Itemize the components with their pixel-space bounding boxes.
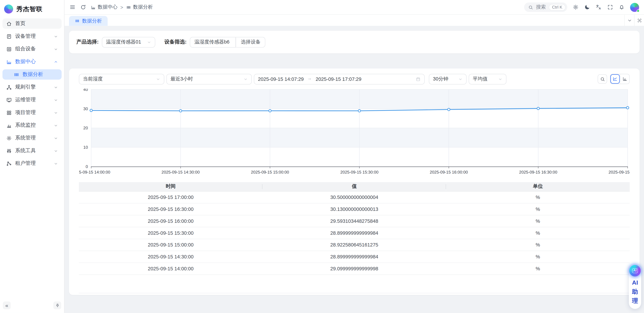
dark-mode-button[interactable] (584, 4, 590, 10)
online-status-dot (636, 9, 640, 12)
arrow-right-icon (307, 77, 312, 81)
aggregation-select[interactable]: 平均值 (469, 74, 506, 84)
chevron-down-icon (54, 47, 58, 51)
svg-text:A: A (599, 7, 601, 10)
user-avatar[interactable] (630, 3, 639, 12)
aggregation-value: 平均值 (473, 75, 488, 82)
ai-assistant-button[interactable]: AI AI助理 (629, 265, 641, 309)
chevron-down-icon (54, 98, 58, 102)
breadcrumb-parent[interactable]: 数据中心 (91, 4, 118, 11)
chevron-down-icon (54, 111, 58, 115)
chevron-down-icon (54, 123, 58, 127)
date-range-picker[interactable]: 2025-09-15 14:07:29 2025-09-15 17:07:29 (254, 74, 425, 84)
product-select[interactable]: 温湿度传感器01 (102, 37, 155, 47)
breadcrumb-current[interactable]: 数据分析 (126, 4, 153, 11)
notifications-bell-button[interactable] (618, 4, 625, 10)
sidebar-item-project-management[interactable]: 项目管理 (2, 108, 62, 118)
monitor-icon (6, 97, 12, 103)
cell-time: 2025-09-15 15:30:00 (79, 227, 262, 239)
brand: 秀杰智联 (0, 0, 64, 18)
chevron-down-icon (147, 40, 151, 44)
time-range-select[interactable]: 最近3小时 (166, 74, 252, 84)
cell-unit: % (446, 239, 630, 251)
svg-text:文: 文 (596, 4, 599, 8)
app-window: 秀杰智联 首页 设备管理 组合设备 数据中心 (0, 0, 644, 313)
sidebar-item-label: 首页 (15, 20, 26, 27)
sidebar-item-ops-management[interactable]: 运维管理 (2, 95, 62, 105)
sidebar-item-combined-devices[interactable]: 组合设备 (2, 44, 62, 54)
sidebar-item-system-monitoring[interactable]: 系统监控 (2, 120, 62, 130)
table-row: 2025-09-15 15:30:0028.899999999999984% (79, 227, 630, 239)
cell-unit: % (446, 251, 630, 263)
cell-unit: % (446, 263, 630, 275)
svg-text:2025-09-15 17:00:00: 2025-09-15 17:00:00 (608, 170, 630, 174)
metric-select[interactable]: 当前湿度 (79, 74, 164, 84)
sliders-icon (6, 148, 12, 154)
sidebar-item-home[interactable]: 首页 (2, 18, 62, 29)
table-footer-empty (79, 275, 630, 293)
device-filter-group: 温湿度传感器b6 选择设备 (190, 37, 266, 47)
chevron-down-icon (54, 149, 58, 153)
sidebar-item-label: 组合设备 (15, 45, 36, 53)
table-row: 2025-09-15 17:00:0030.500000000000004% (79, 191, 630, 203)
cell-time: 2025-09-15 16:00:00 (79, 215, 262, 227)
cell-value: 29.099999999999998 (262, 263, 446, 275)
interval-select[interactable]: 30分钟 (429, 74, 467, 84)
refresh-button[interactable] (80, 4, 86, 10)
svg-text:2025-09-15 16:00:00: 2025-09-15 16:00:00 (430, 170, 468, 174)
humidity-line-chart[interactable]: 0102030402025-09-15 14:00:002025-09-15 1… (79, 89, 630, 177)
tab-label: 数据分析 (82, 17, 102, 24)
pin-sidebar-button[interactable] (53, 302, 61, 309)
column-header-time[interactable]: 时间 (79, 182, 262, 191)
cell-value: 30.500000000000004 (262, 191, 446, 203)
column-header-value[interactable]: 值 (262, 182, 446, 191)
sidebar-item-label: 运维管理 (15, 96, 36, 104)
device-filter-label: 设备筛选: (164, 39, 186, 46)
column-header-unit[interactable]: 单位 (446, 182, 630, 191)
line-chart-toggle-button[interactable] (610, 74, 620, 84)
query-search-button[interactable] (598, 74, 607, 84)
svg-text:20: 20 (83, 126, 88, 130)
sidebar-item-label: 租户管理 (15, 160, 36, 167)
svg-text:2025-09-15 14:30:00: 2025-09-15 14:30:00 (162, 170, 200, 174)
barcode-icon (75, 18, 80, 23)
line-chart: 0102030402025-09-15 14:00:002025-09-15 1… (79, 89, 630, 176)
tab-list-dropdown-button[interactable] (624, 15, 634, 26)
tabbar-actions (624, 15, 644, 26)
device-filter-input[interactable]: 温湿度传感器b6 (190, 37, 236, 47)
sidebar-footer: « (0, 298, 64, 313)
sidebar-item-data-center[interactable]: 数据中心 (2, 57, 62, 67)
tab-data-analysis[interactable]: 数据分析 (69, 16, 108, 26)
collapse-sidebar-button[interactable]: « (3, 302, 10, 309)
svg-text:0: 0 (86, 164, 88, 169)
analysis-panel: 当前湿度 最近3小时 2025-09-15 14:07:29 2025-09-1… (69, 69, 640, 295)
select-device-button[interactable]: 选择设备 (236, 37, 266, 47)
grid-icon (6, 110, 12, 115)
cell-value: 29.593103448275848 (262, 215, 446, 227)
fullscreen-button[interactable] (607, 4, 614, 10)
maximize-content-button[interactable] (634, 15, 644, 26)
sidebar-item-system-tools[interactable]: 系统工具 (2, 146, 62, 156)
sidebar-item-rules-engine[interactable]: 规则引擎 (2, 82, 62, 92)
cell-value: 28.899999999999984 (262, 251, 446, 263)
hamburger-menu-button[interactable] (70, 4, 76, 10)
language-button[interactable]: 文A (596, 4, 602, 10)
settings-button[interactable] (572, 4, 579, 10)
start-datetime: 2025-09-15 14:07:29 (258, 76, 304, 82)
svg-text:10: 10 (83, 145, 88, 150)
end-datetime: 2025-09-15 17:07:29 (316, 76, 361, 82)
sidebar-item-device-management[interactable]: 设备管理 (2, 31, 62, 41)
table-row: 2025-09-15 14:00:0029.099999999999998% (79, 263, 630, 275)
global-search[interactable]: 搜索 Ctrl K (524, 2, 567, 12)
bar-chart-toggle-button[interactable] (620, 74, 629, 84)
sidebar-item-tenant-management[interactable]: 租户管理 (2, 158, 62, 168)
pin-icon (55, 303, 60, 308)
cell-unit: % (446, 203, 630, 215)
sidebar-item-system-management[interactable]: 系统管理 (2, 133, 62, 143)
product-select-value: 温湿度传感器01 (106, 39, 141, 46)
sidebar-item-label: 项目管理 (15, 109, 36, 116)
sidebar-item-data-analysis[interactable]: 数据分析 (2, 69, 62, 80)
barcode-icon (14, 72, 19, 77)
calendar-icon (416, 76, 420, 81)
brand-title: 秀杰智联 (16, 5, 43, 13)
